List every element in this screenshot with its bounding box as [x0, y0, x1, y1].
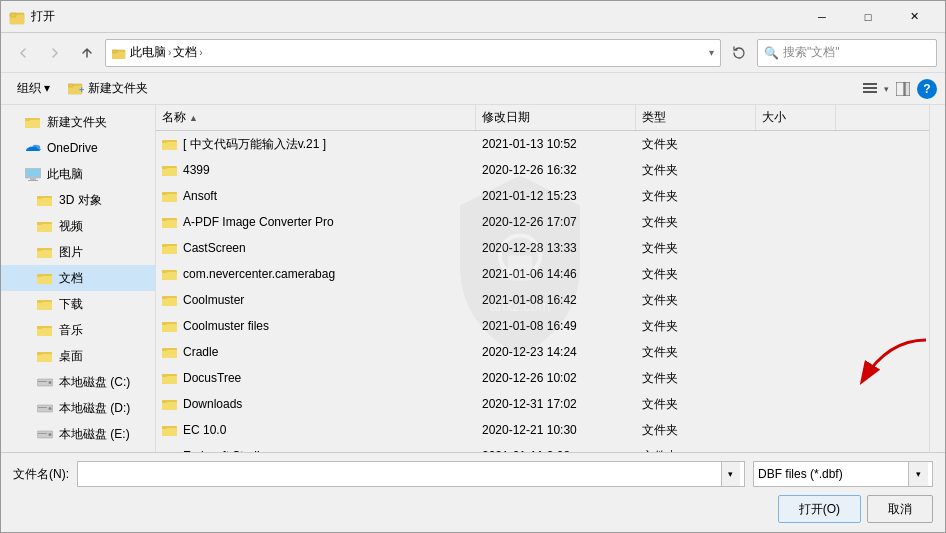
- sidebar-item-new-folder[interactable]: 新建文件夹: [1, 109, 155, 135]
- filetype-select[interactable]: DBF files (*.dbf) ▾: [753, 461, 933, 487]
- refresh-button[interactable]: [725, 39, 753, 67]
- open-button[interactable]: 打开(O): [778, 495, 861, 523]
- column-header-type[interactable]: 类型: [636, 105, 756, 130]
- address-dropdown-arrow[interactable]: ▾: [709, 47, 714, 58]
- svg-rect-29: [37, 250, 52, 258]
- sidebar-item-drive-c[interactable]: 本地磁盘 (C:): [1, 369, 155, 395]
- table-row[interactable]: Emicsoft Studio2021-01-11 8:08文件夹: [156, 443, 929, 452]
- file-name-cell: Coolmuster: [156, 287, 476, 313]
- file-name-cell: com.nevercenter.camerabag: [156, 261, 476, 287]
- file-date-cell: 2020-12-21 10:30: [476, 417, 636, 443]
- filetype-dropdown-button[interactable]: ▾: [908, 462, 928, 486]
- address-bar[interactable]: 此电脑 › 文档 › ▾: [105, 39, 721, 67]
- table-row[interactable]: Coolmuster files2021-01-08 16:49文件夹: [156, 313, 929, 339]
- file-type-cell: 文件夹: [636, 443, 756, 452]
- sidebar-item-pictures[interactable]: 图片: [1, 239, 155, 265]
- forward-button[interactable]: [41, 39, 69, 67]
- column-header-name[interactable]: 名称 ▲: [156, 105, 476, 130]
- sidebar-item-downloads[interactable]: 下载: [1, 291, 155, 317]
- svg-rect-12: [863, 91, 877, 93]
- file-date-cell: 2020-12-26 17:07: [476, 209, 636, 235]
- sidebar-item-documents[interactable]: 文档: [1, 265, 155, 291]
- svg-rect-87: [162, 426, 167, 429]
- sidebar-item-drive-d[interactable]: 本地磁盘 (D:): [1, 395, 155, 421]
- column-header-date[interactable]: 修改日期: [476, 105, 636, 130]
- up-button[interactable]: [73, 39, 101, 67]
- scrollbar[interactable]: [929, 105, 945, 452]
- table-row[interactable]: 43992020-12-26 16:32文件夹: [156, 157, 929, 183]
- minimize-button[interactable]: ─: [799, 1, 845, 33]
- svg-rect-36: [37, 300, 42, 303]
- svg-rect-33: [37, 274, 42, 277]
- file-list-header: 名称 ▲ 修改日期 类型 大小: [156, 105, 929, 131]
- table-row[interactable]: CastScreen2020-12-28 13:33文件夹: [156, 235, 929, 261]
- file-date-cell: 2020-12-28 13:33: [476, 235, 636, 261]
- svg-rect-2: [10, 13, 16, 17]
- address-path-computer[interactable]: 此电脑: [130, 44, 166, 61]
- svg-rect-84: [162, 400, 167, 403]
- filename-label: 文件名(N):: [13, 466, 69, 483]
- table-row[interactable]: A-PDF Image Converter Pro2020-12-26 17:0…: [156, 209, 929, 235]
- cancel-button[interactable]: 取消: [867, 495, 933, 523]
- table-row[interactable]: [ 中文代码万能输入法v.21 ]2021-01-13 10:52文件夹: [156, 131, 929, 157]
- filename-dropdown-button[interactable]: ▾: [721, 462, 740, 486]
- svg-rect-68: [162, 272, 177, 280]
- new-folder-button[interactable]: + 新建文件夹: [60, 77, 156, 101]
- maximize-button[interactable]: □: [845, 1, 891, 33]
- file-date-cell: 2020-12-26 10:02: [476, 365, 636, 391]
- file-type-cell: 文件夹: [636, 157, 756, 183]
- view-details-button[interactable]: [858, 77, 882, 101]
- file-size-cell: [756, 391, 836, 417]
- svg-rect-59: [162, 194, 177, 202]
- svg-rect-24: [37, 196, 42, 199]
- file-name-cell: DocusTree: [156, 365, 476, 391]
- search-box[interactable]: 🔍 搜索"文档": [757, 39, 937, 67]
- table-row[interactable]: Ansoft2021-01-12 15:23文件夹: [156, 183, 929, 209]
- file-size-cell: [756, 261, 836, 287]
- filename-input-wrap[interactable]: ▾: [77, 461, 745, 487]
- sidebar-item-drive-e[interactable]: 本地磁盘 (E:): [1, 421, 155, 447]
- close-button[interactable]: ✕: [891, 1, 937, 33]
- filename-input[interactable]: [82, 467, 721, 481]
- file-size-cell: [756, 417, 836, 443]
- table-row[interactable]: Coolmuster2021-01-08 16:42文件夹: [156, 287, 929, 313]
- table-row[interactable]: DocusTree2020-12-26 10:02文件夹: [156, 365, 929, 391]
- svg-rect-16: [25, 120, 40, 128]
- file-type-cell: 文件夹: [636, 391, 756, 417]
- title-bar: 打开 ─ □ ✕: [1, 1, 945, 33]
- sidebar-item-music[interactable]: 音乐: [1, 317, 155, 343]
- back-button[interactable]: [9, 39, 37, 67]
- file-rows-container: [ 中文代码万能输入法v.21 ]2021-01-13 10:52文件夹4399…: [156, 131, 929, 452]
- table-row[interactable]: com.nevercenter.camerabag2021-01-06 14:4…: [156, 261, 929, 287]
- svg-rect-41: [37, 354, 52, 362]
- file-type-cell: 文件夹: [636, 261, 756, 287]
- file-type-cell: 文件夹: [636, 313, 756, 339]
- svg-point-47: [49, 407, 52, 410]
- preview-pane-button[interactable]: [891, 77, 915, 101]
- sidebar-label-desktop: 桌面: [59, 348, 83, 365]
- address-path-docs[interactable]: 文档: [173, 44, 197, 61]
- organize-button[interactable]: 组织 ▾: [9, 77, 58, 101]
- main-content: 新建文件夹 OneDrive 此电脑: [1, 105, 945, 452]
- file-date-cell: 2021-01-08 16:49: [476, 313, 636, 339]
- svg-rect-11: [863, 87, 877, 89]
- sidebar-item-onedrive[interactable]: OneDrive: [1, 135, 155, 161]
- file-size-cell: [756, 157, 836, 183]
- sidebar-item-3d[interactable]: 3D 对象: [1, 187, 155, 213]
- help-button[interactable]: ?: [917, 79, 937, 99]
- sidebar-item-computer[interactable]: 此电脑: [1, 161, 155, 187]
- sidebar-item-desktop[interactable]: 桌面: [1, 343, 155, 369]
- file-date-cell: 2020-12-23 14:24: [476, 339, 636, 365]
- sidebar-item-video[interactable]: 视频: [1, 213, 155, 239]
- file-size-cell: [756, 443, 836, 452]
- file-date-cell: 2021-01-11 8:08: [476, 443, 636, 452]
- sidebar-label-pictures: 图片: [59, 244, 83, 261]
- table-row[interactable]: EC 10.02020-12-21 10:30文件夹: [156, 417, 929, 443]
- file-type-cell: 文件夹: [636, 365, 756, 391]
- sidebar-label-music: 音乐: [59, 322, 83, 339]
- file-date-cell: 2021-01-06 14:46: [476, 261, 636, 287]
- column-header-size[interactable]: 大小: [756, 105, 836, 130]
- table-row[interactable]: Downloads2020-12-31 17:02文件夹: [156, 391, 929, 417]
- file-size-cell: [756, 131, 836, 157]
- table-row[interactable]: Cradle2020-12-23 14:24文件夹: [156, 339, 929, 365]
